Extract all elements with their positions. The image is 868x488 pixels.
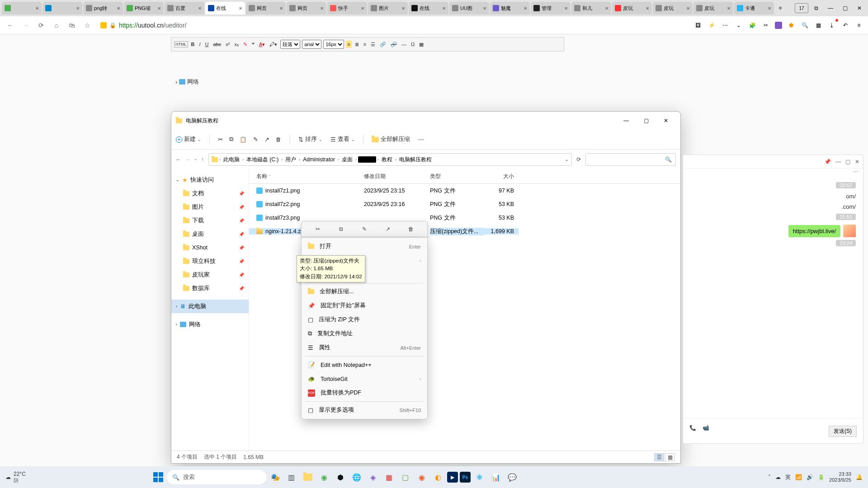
task-app-2[interactable]: ▥	[284, 470, 299, 484]
delete-button[interactable]: 🗑	[276, 136, 282, 143]
task-terminal[interactable]: ▶	[447, 472, 458, 483]
task-app-8[interactable]: ◐	[431, 470, 445, 484]
tray-onedrive-icon[interactable]: ☁	[775, 474, 781, 480]
sidebar-item[interactable]: 图片📌	[171, 200, 249, 214]
chat-menu-icon[interactable]: ⋯	[853, 169, 859, 175]
task-app-6[interactable]: ▢	[398, 470, 413, 484]
ext-search-icon[interactable]: 🔍	[800, 21, 809, 30]
tray-volume-icon[interactable]: 🔊	[807, 474, 813, 480]
sidebar-item[interactable]: 文档📌	[171, 187, 249, 200]
bold-button[interactable]: B	[190, 41, 196, 48]
back-button[interactable]: ←	[176, 156, 181, 163]
align-left-button[interactable]: ≡	[346, 41, 351, 48]
sidebar-item[interactable]: 桌面📌	[171, 227, 249, 241]
calendar-badge[interactable]: 17	[795, 3, 808, 13]
close-button[interactable]: ✕	[855, 159, 859, 165]
picture-icon[interactable]: 🖼	[693, 21, 703, 30]
browser-tab[interactable]: 百度✕	[165, 2, 204, 14]
cut-icon[interactable]: ✂	[761, 21, 770, 30]
ctx-pin-start[interactable]: 📌固定到"开始"屏幕	[302, 299, 427, 313]
task-app-9[interactable]: ❋	[472, 470, 487, 484]
task-wechat[interactable]: 💬	[505, 470, 519, 484]
editor-tree-item[interactable]: › 网络	[175, 78, 199, 86]
align-right-button[interactable]: ≡	[362, 41, 368, 48]
close-tab-icon[interactable]: ✕	[320, 6, 324, 11]
breadcrumb-segment[interactable]: 用户	[284, 156, 297, 164]
sidebar-item[interactable]: 下载📌	[171, 214, 249, 227]
task-explorer[interactable]	[301, 470, 315, 484]
italic-button[interactable]: I	[198, 41, 202, 48]
pip-icon[interactable]: ⧉	[809, 3, 823, 13]
breadcrumb[interactable]: › 此电脑›本地磁盘 (C:)›用户›Administrator›桌面››教程›…	[208, 153, 572, 166]
refresh-button[interactable]: ⟳	[576, 156, 581, 163]
task-app-5[interactable]: ▦	[382, 470, 396, 484]
sidebar-item[interactable]: XShot📌	[171, 241, 249, 254]
table-button[interactable]: ▦	[418, 41, 425, 48]
ctx-copy-path[interactable]: ⧉复制文件地址	[302, 327, 427, 341]
shop-icon[interactable]: 🛍	[66, 19, 78, 31]
send-button[interactable]: 发送(S)	[829, 426, 857, 437]
col-name-header[interactable]: 名称 ˄	[249, 173, 364, 180]
tray-wifi-icon[interactable]: 📶	[795, 474, 802, 480]
close-button[interactable]: ✕	[656, 114, 676, 127]
ctx-tortoisegit[interactable]: 🐢TortoiseGit›	[302, 372, 427, 386]
browser-tab[interactable]: 在线✕	[205, 2, 245, 14]
view-thumbs-button[interactable]: ▦	[665, 453, 675, 461]
close-tab-icon[interactable]: ✕	[76, 6, 80, 11]
breadcrumb-segment[interactable]: 本地磁盘 (C:)	[245, 156, 280, 164]
browser-tab[interactable]: 快手✕	[327, 2, 367, 14]
maximize-button[interactable]: ▢	[845, 159, 850, 165]
sidebar-this-pc[interactable]: › 🖥 此电脑	[171, 300, 249, 313]
highlight-button[interactable]: ✎	[242, 41, 249, 48]
start-button[interactable]	[151, 470, 165, 484]
paragraph-select[interactable]: 段落	[280, 40, 300, 49]
ctx-show-more[interactable]: ▢显示更多选项Shift+F10	[302, 403, 427, 417]
sidebar-quick-access[interactable]: ⌄ ★ 快速访问	[171, 173, 249, 187]
sidebar-item[interactable]: 琅立科技📌	[171, 254, 249, 268]
browser-tab[interactable]: png转✕	[83, 2, 123, 14]
browser-tab[interactable]: ✕	[2, 2, 42, 14]
back-button[interactable]: ←	[5, 19, 16, 31]
hr-button[interactable]: —	[400, 41, 408, 48]
minimize-button[interactable]: —	[616, 114, 636, 127]
close-tab-icon[interactable]: ✕	[239, 6, 242, 11]
maximize-button[interactable]: ▢	[636, 114, 656, 127]
paste-button[interactable]: 📋	[240, 136, 247, 143]
taskbar-search[interactable]: 🔍搜索	[167, 470, 266, 484]
download-icon[interactable]: ⭳	[827, 21, 836, 30]
task-app-4[interactable]: ⬢	[333, 470, 348, 484]
rename-button[interactable]: ✎	[253, 136, 258, 143]
browser-tab[interactable]: 管理✕	[531, 2, 571, 14]
puzzle-icon[interactable]: 🧩	[748, 21, 757, 30]
breadcrumb-segment[interactable]: 教程	[380, 156, 394, 164]
weather-widget[interactable]: ☁ 22°C 阴	[5, 471, 26, 484]
sidebar-network[interactable]: › 网络	[171, 318, 249, 331]
ctx-notepadpp[interactable]: 📝Edit with Notepad++	[302, 358, 427, 372]
ctx-extract-all[interactable]: 全部解压缩...	[302, 285, 427, 299]
quote-button[interactable]: ❝	[250, 41, 256, 48]
browser-tab[interactable]: 皮玩✕	[612, 2, 652, 14]
minimize-button[interactable]: —	[824, 3, 837, 13]
align-justify-button[interactable]: ☰	[369, 41, 377, 48]
rename-button[interactable]: ✎	[359, 224, 369, 234]
browser-tab[interactable]: 和儿✕	[571, 2, 611, 14]
more-button[interactable]: ⋯	[418, 136, 424, 143]
tray-notification-icon[interactable]: 🔔	[856, 474, 863, 480]
chevron-down-icon[interactable]: ⌄	[565, 157, 569, 162]
file-row[interactable]: install7z2.png2023/9/25 23:16PNG 文件53 KB	[249, 197, 680, 211]
close-tab-icon[interactable]: ✕	[279, 6, 283, 11]
ctx-properties[interactable]: ☰属性Alt+Enter	[302, 341, 427, 355]
cut-button[interactable]: ✂	[313, 224, 323, 234]
forward-button[interactable]: →	[20, 19, 32, 31]
cut-button[interactable]: ✂	[218, 136, 223, 143]
breadcrumb-segment[interactable]: 此电脑	[222, 156, 241, 164]
minimize-button[interactable]: —	[835, 159, 841, 165]
symbol-button[interactable]: Ω	[410, 41, 416, 48]
col-size-header[interactable]: 大小	[484, 173, 519, 180]
ext-shield-icon[interactable]: ⬢	[787, 21, 796, 30]
breadcrumb-segment[interactable]: 桌面	[340, 156, 354, 164]
share-button[interactable]: ↗	[264, 136, 269, 143]
strike-button[interactable]: abc	[212, 41, 222, 48]
ctx-pdf[interactable]: PDF批量转换为PDF	[302, 386, 427, 400]
breadcrumb-segment[interactable]: Administrator	[302, 156, 336, 163]
